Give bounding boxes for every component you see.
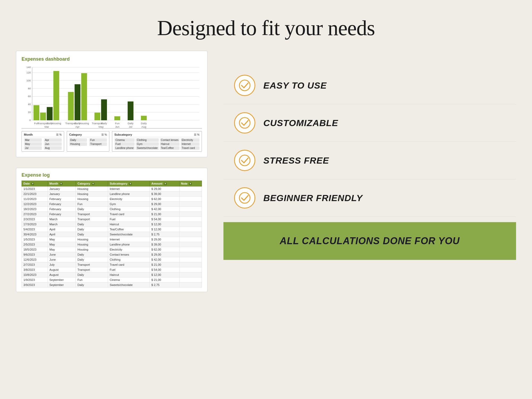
cell-note	[179, 207, 202, 212]
cell-month: June	[48, 252, 76, 257]
cell-note	[179, 282, 202, 288]
category-filter-grid: Daily Fun Housing Transport	[69, 138, 107, 146]
beginner-check-icon	[239, 192, 251, 204]
filter-sub-sweets[interactable]: Sweets/chocolate	[136, 146, 159, 150]
cell-note	[179, 222, 202, 227]
col-note[interactable]: Note ▼	[179, 181, 202, 186]
cell-subcategory: Electricity	[108, 247, 150, 252]
cell-date: 27/2/2023	[22, 212, 48, 217]
cell-month: February	[48, 207, 76, 212]
cell-date: 2/5/2023	[22, 242, 48, 247]
filter-cat-fun[interactable]: Fun	[89, 138, 107, 142]
table-row: 18/2/2023FebruaryDailyClothing$ 42,00	[22, 207, 202, 212]
filter-sub-landline[interactable]: Landline phone	[114, 146, 135, 150]
cell-month: May	[48, 237, 76, 242]
cell-category: Housing	[76, 237, 108, 242]
bar-fun-mar	[34, 105, 39, 120]
table-row: 9/6/2023JuneDailyContact lenses$ 29,00	[22, 252, 202, 257]
filter-month-aug[interactable]: Aug	[44, 146, 62, 150]
filter-month-jun[interactable]: Jun	[44, 142, 62, 146]
table-row: 17/3/2023MarchDailyHaircut$ 12,00	[22, 222, 202, 227]
cell-date: 17/3/2023	[22, 222, 48, 227]
svg-text:Jun: Jun	[115, 125, 119, 128]
filter-sub-haircut[interactable]: Haircut	[160, 142, 180, 146]
filter-cat-daily[interactable]: Daily	[69, 138, 87, 142]
cell-note	[179, 217, 202, 222]
cell-category: Transport	[76, 217, 108, 222]
filter-sub-contact[interactable]: Contact lenses	[160, 138, 180, 142]
filter-sub-fuel[interactable]: Fuel	[114, 142, 135, 146]
col-month[interactable]: Month ▼	[48, 181, 76, 186]
svg-text:Daily: Daily	[128, 122, 134, 125]
filter-month-jul[interactable]: Jul	[24, 146, 42, 150]
col-subcategory[interactable]: Subcategory ▼	[108, 181, 150, 186]
filter-month-apr[interactable]: Apr	[44, 138, 62, 142]
svg-text:140: 140	[26, 66, 31, 69]
content-area: Expenses dashboard 0	[0, 51, 532, 292]
cell-category: Housing	[76, 197, 108, 202]
page-title: Designed to fit your needs	[0, 0, 532, 51]
cell-note	[179, 237, 202, 242]
filter-sub-travel[interactable]: Travel card	[181, 146, 200, 150]
cell-category: Daily	[76, 252, 108, 257]
cell-subcategory: Landline phone	[108, 192, 150, 197]
cell-date: 11/2/2023	[22, 197, 48, 202]
month-filter-grid: Mar Apr May Jun Jul Aug	[24, 138, 62, 150]
cell-date: 1/5/2023	[22, 237, 48, 242]
filter-sub-gym[interactable]: Gym	[136, 142, 159, 146]
beginner-label: BEGINNER FRIENDLY	[263, 193, 363, 203]
month-filter[interactable]: Month ☰ % Mar Apr May Jun Jul	[22, 131, 64, 152]
filter-month-mar[interactable]: Mar	[24, 138, 42, 142]
col-date[interactable]: Date ▼	[22, 181, 48, 186]
subcategory-filter-grid: Cinema Clothing Contact lenses Electrici…	[114, 138, 200, 150]
cell-subcategory: Travel card	[108, 262, 150, 267]
cell-subcategory: Travel card	[108, 212, 150, 217]
filter-section: Month ☰ % Mar Apr May Jun Jul	[22, 131, 202, 152]
subcategory-filter-label: Subcategory	[114, 133, 132, 136]
cell-subcategory: Internet	[108, 186, 150, 192]
cell-month: June	[48, 257, 76, 262]
subcategory-filter[interactable]: Subcategory ☰ % Cinema Clothing Contact …	[112, 131, 202, 152]
expense-table: Date ▼ Month ▼ Category ▼ Subcategory ▼ …	[22, 181, 202, 288]
cell-subcategory: Electricity	[108, 197, 150, 202]
filter-icon-1: ☰	[56, 133, 59, 136]
cell-month: August	[48, 272, 76, 277]
cell-category: Daily	[76, 272, 108, 277]
table-row: 11/2/2023FebruaryHousingElectricity$ 62,…	[22, 197, 202, 202]
category-filter[interactable]: Category ☰ % Daily Fun Housing Transport	[67, 131, 109, 152]
cell-month: April	[48, 232, 76, 237]
cell-amount: $ 2,75	[150, 282, 179, 288]
filter-sub-clothing[interactable]: Clothing	[136, 138, 159, 142]
col-amount[interactable]: Amount ▼	[150, 181, 179, 186]
category-filter-label: Category	[69, 133, 82, 136]
stress-label: STRESS FREE	[263, 155, 329, 166]
cell-month: January	[48, 186, 76, 192]
cell-month: September	[48, 282, 76, 288]
filter-sub-cinema[interactable]: Cinema	[114, 138, 135, 142]
col-category[interactable]: Category ▼	[76, 181, 108, 186]
customizable-check-icon	[239, 117, 251, 129]
cell-amount: $ 21,00	[150, 262, 179, 267]
month-filter-title: Month ☰ %	[24, 133, 62, 137]
filter-cat-housing[interactable]: Housing	[69, 142, 87, 146]
cell-amount: $ 39,00	[150, 242, 179, 247]
svg-text:100: 100	[26, 79, 31, 82]
filter-sub-electricity[interactable]: Electricity	[181, 138, 200, 142]
bar-fun-jun	[114, 116, 120, 120]
filter-cat-transport[interactable]: Transport	[89, 142, 107, 146]
customizable-check-circle	[234, 112, 255, 134]
table-row: 27/2/2023FebruaryTransportTravel card$ 2…	[22, 212, 202, 217]
stress-check-icon	[239, 155, 251, 167]
filter-sub-internet[interactable]: Internet	[181, 142, 200, 146]
cell-amount: $ 29,00	[150, 186, 179, 192]
cell-month: February	[48, 197, 76, 202]
filter-sub-tea[interactable]: Tea/Coffee	[160, 146, 180, 150]
table-row: 2/7/2023JulyTransportTravel card$ 21,00	[22, 262, 202, 267]
cell-subcategory: Contact lenses	[108, 252, 150, 257]
cell-note	[179, 247, 202, 252]
cell-month: January	[48, 192, 76, 197]
cell-subcategory: Internet	[108, 237, 150, 242]
svg-text:0: 0	[29, 119, 31, 122]
filter-month-may[interactable]: May	[24, 142, 42, 146]
svg-point-38	[239, 193, 250, 203]
